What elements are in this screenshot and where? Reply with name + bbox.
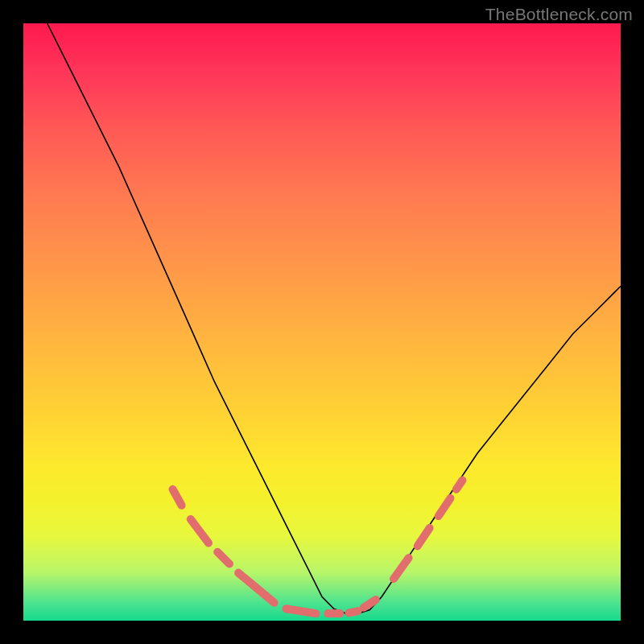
chart-plot-area <box>23 23 621 621</box>
highlight-dash <box>456 481 463 489</box>
highlight-dash <box>418 528 430 546</box>
highlight-dash <box>364 600 376 608</box>
highlight-dash <box>238 573 275 603</box>
highlight-dashes <box>173 481 463 614</box>
bottleneck-curve <box>23 0 621 613</box>
highlight-dash <box>191 519 208 543</box>
highlight-dash <box>394 558 409 579</box>
highlight-dash <box>287 609 316 613</box>
highlight-dash <box>217 552 229 564</box>
watermark-text: TheBottleneck.com <box>485 5 633 24</box>
chart-svg <box>23 23 621 621</box>
highlight-dash <box>173 489 182 506</box>
highlight-dash <box>349 611 357 613</box>
highlight-dash <box>439 498 451 516</box>
